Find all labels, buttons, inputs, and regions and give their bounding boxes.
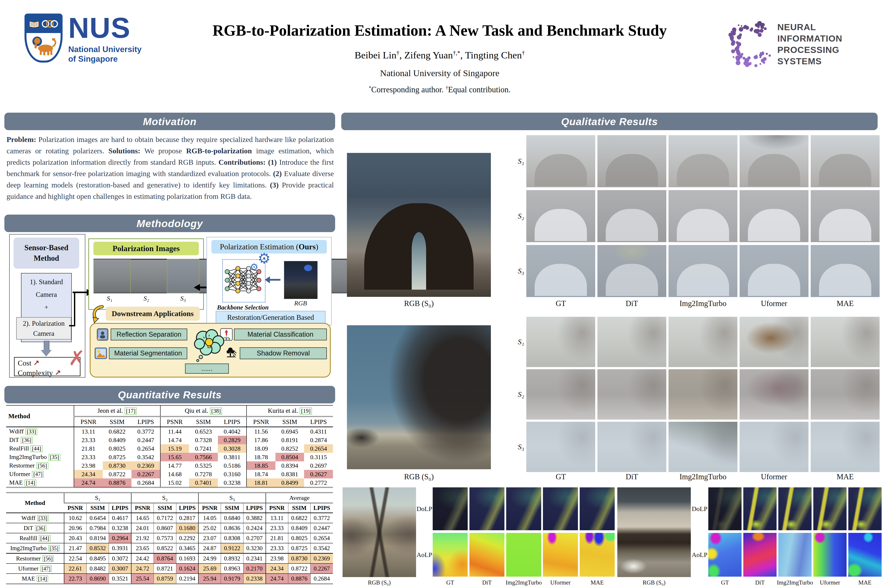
left-arrow-icon xyxy=(194,284,200,291)
metric-cell: 25.94 xyxy=(198,574,221,584)
metric-cell: 0.9179 xyxy=(221,574,243,584)
qualitative-cell xyxy=(597,245,666,297)
metric-cell: 0.3882 xyxy=(243,513,266,523)
metric-cell: 0.8932 xyxy=(221,554,243,564)
table-row: MAE[14]22.730.86900.352125.540.87590.219… xyxy=(6,574,333,584)
app-material-classification: Material Classification xyxy=(234,328,327,340)
neurips-dot xyxy=(745,62,750,67)
neurips-dot xyxy=(732,27,736,32)
neurips-dot xyxy=(731,40,734,43)
rgb-s0-label: RGB (S₀) xyxy=(643,579,666,586)
qualitative-cell xyxy=(597,317,666,367)
qualitative-cell xyxy=(543,533,578,577)
metric-cell: 0.8308 xyxy=(221,533,243,543)
metric-cell: 0.8759 xyxy=(154,574,176,584)
metric-header: SSIM xyxy=(154,503,176,513)
qualitative-cell xyxy=(526,317,595,367)
method-name: Restormer[56] xyxy=(6,554,64,564)
neurips-dot xyxy=(733,56,734,58)
neurips-dot xyxy=(738,54,742,58)
neurips-dot xyxy=(736,45,740,49)
metric-cell: 0.6822 xyxy=(288,513,310,523)
section-header-qualitative: Qualitative Results xyxy=(341,112,878,130)
metric-cell: 0.3238 xyxy=(218,478,247,488)
column-label: Img2ImgTurbo xyxy=(777,579,813,586)
metric-header: PSNR xyxy=(266,503,288,513)
metric-cell: 24.99 xyxy=(198,554,221,564)
metric-cell: 0.6945 xyxy=(275,427,304,436)
neurips-dot xyxy=(730,31,733,33)
scene2-rgb-photo xyxy=(347,325,491,469)
qualitative-cell xyxy=(848,533,882,577)
metric-cell: 18.09 xyxy=(246,444,275,453)
metric-cell: 0.8722 xyxy=(103,470,132,478)
method-name: Img2ImgTurbo[35] xyxy=(6,453,74,461)
table-group-header: S₁ xyxy=(64,493,131,503)
table-row: Img2ImgTurbo[35]23.330.87250.354215.650.… xyxy=(6,453,333,461)
neurips-dot xyxy=(759,63,761,65)
metric-cell: 0.8495 xyxy=(86,554,109,564)
metric-cell: 20.43 xyxy=(64,533,86,543)
column-label: Uformer xyxy=(761,299,787,308)
stokes-row-label: S₂ xyxy=(518,390,524,399)
table-row: Uformer[47]24.340.87220.226714.680.72780… xyxy=(6,470,333,478)
metric-cell: 0.8725 xyxy=(288,543,310,554)
qualitative-cell xyxy=(708,533,742,577)
metric-cell: 0.3542 xyxy=(310,543,333,554)
neurips-dot xyxy=(745,26,749,30)
qualitative-cell xyxy=(526,135,595,187)
metric-header: SSIM xyxy=(103,417,132,427)
neurips-dot xyxy=(754,64,758,67)
qualitative-cell xyxy=(470,533,504,577)
nus-shield-top xyxy=(27,15,61,33)
table-row: Realfill[44]20.430.81940.296421.920.7573… xyxy=(6,533,333,543)
citation-box: [36] xyxy=(35,525,46,532)
metric-cell: 0.2654 xyxy=(310,533,333,543)
neurips-dot xyxy=(731,49,735,53)
table-group-header: Jeon et al.[17] xyxy=(74,405,160,417)
stokes-row-label: S₁ xyxy=(518,338,524,346)
aolp-label: AoLP xyxy=(417,551,432,558)
metric-cell: 0.8730 xyxy=(288,554,310,564)
qualitative-cell xyxy=(811,190,880,242)
metric-cell: 0.8690 xyxy=(86,574,109,584)
metric-header: PSNR xyxy=(74,417,103,427)
metric-cell: 0.2447 xyxy=(132,436,160,444)
qualitative-cell xyxy=(669,422,737,472)
metric-cell: 0.8409 xyxy=(103,436,132,444)
neurips-dot xyxy=(768,54,771,57)
metric-header: SSIM xyxy=(86,503,109,513)
title-block: RGB-to-Polarization Estimation: A New Ta… xyxy=(171,21,709,94)
column-label: MAE xyxy=(591,579,604,586)
qualitative-cell xyxy=(740,422,808,472)
metric-cell: 23.33 xyxy=(266,543,288,554)
metric-cell: 0.7241 xyxy=(189,444,218,453)
metric-cell: 15.19 xyxy=(160,444,189,453)
neurips-dot xyxy=(737,35,741,39)
method-name: Realfill[44] xyxy=(6,533,64,543)
metric-cell: 0.8504 xyxy=(275,453,304,461)
metric-cell: 0.8721 xyxy=(154,564,176,574)
nus-shield-icon xyxy=(24,14,63,63)
metric-cell: 0.8522 xyxy=(154,543,176,554)
nus-subtitle: National University of Singapore xyxy=(68,45,141,64)
qualitative-cell xyxy=(506,533,541,577)
metric-cell: 0.2170 xyxy=(243,564,266,574)
neurips-dot xyxy=(761,58,765,63)
metric-cell: 18.78 xyxy=(246,453,275,461)
stokes-row-label: S₃ xyxy=(518,443,524,451)
metric-header: LPIPS xyxy=(243,503,266,513)
metric-cell: 0.8025 xyxy=(103,444,132,453)
metric-cell: 0.3465 xyxy=(176,543,198,554)
qualitative-cell xyxy=(580,488,615,530)
neurips-dot xyxy=(741,25,742,27)
metric-cell: 0.8381 xyxy=(275,470,304,478)
neurips-dot xyxy=(757,26,760,28)
metric-cell: 14.65 xyxy=(131,513,154,523)
restoration-generation-label: Restoration/Generation Based xyxy=(216,311,326,324)
neurips-dot xyxy=(732,36,734,38)
metric-header: LPIPS xyxy=(218,417,247,427)
citation-box: [35] xyxy=(49,454,60,460)
metric-cell: 21.47 xyxy=(64,543,86,554)
metric-cell: 0.7573 xyxy=(154,533,176,543)
